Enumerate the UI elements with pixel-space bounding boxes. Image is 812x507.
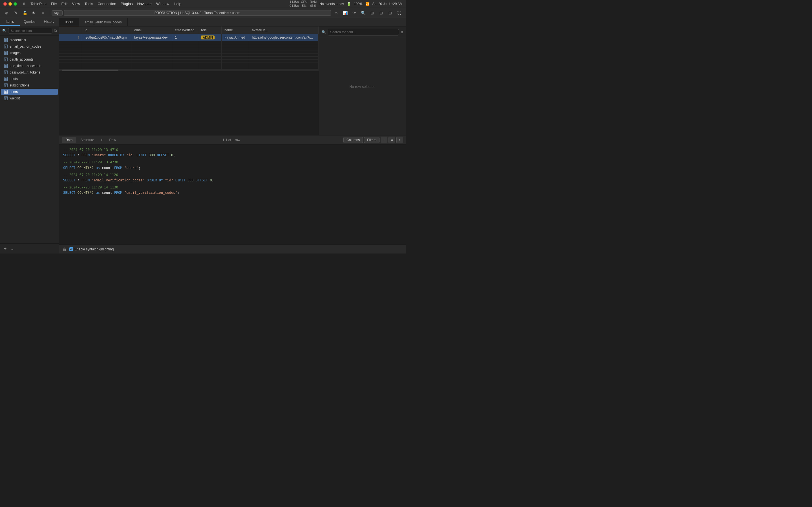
sidebar-item-subscriptions[interactable]: subscriptions — [1, 82, 58, 89]
menu-tableplus[interactable]: TablePlus — [29, 1, 48, 6]
table-row[interactable] — [59, 54, 319, 57]
sidebar-tab-items[interactable]: Items — [0, 18, 20, 26]
sidebar-item-credentials[interactable]: credentials — [1, 37, 58, 43]
minimize-button[interactable] — [8, 2, 12, 6]
filter-icon[interactable]: ⧉ — [54, 29, 57, 33]
sql-keyword: SELECT — [63, 153, 75, 157]
menu-help[interactable]: Help — [172, 1, 183, 6]
tab-email-verification[interactable]: email_verification_codes — [79, 18, 128, 26]
sidebar-tab-history[interactable]: History — [39, 18, 59, 26]
no-events-label: No events today — [319, 2, 344, 6]
filters-button[interactable]: Filters — [364, 137, 379, 143]
sql-plain — [75, 166, 77, 170]
table-row[interactable] — [59, 60, 319, 63]
sidebar-toggle-button[interactable]: ⊟ — [377, 10, 385, 16]
titlebar-right: 1 KB/s 0 KB/s CPU 5% RAM 63% No events t… — [290, 0, 403, 7]
cell-email-verified[interactable]: 1 — [172, 34, 198, 41]
cell-email[interactable]: fayaz@supersaas.dev — [131, 34, 172, 41]
table-row[interactable] — [59, 41, 319, 44]
cell-role[interactable]: ADMIN — [198, 34, 221, 41]
col-header-email[interactable]: email — [131, 26, 172, 34]
menu-plugins[interactable]: Plugins — [119, 1, 135, 6]
sidebar-item-otp[interactable]: one_time…asswords — [1, 63, 58, 69]
new-connection-button[interactable]: ⊕ — [3, 10, 11, 16]
search-button[interactable]: 🔍 — [359, 10, 367, 16]
sidebar-bottom: + ⌄ — [0, 243, 59, 253]
tab-row[interactable]: Row — [106, 137, 119, 143]
list-button[interactable]: ≡ — [39, 10, 47, 16]
settings-button[interactable]: ⚙ — [389, 136, 395, 144]
cell-avatar-url[interactable]: https://lh3.googleusercontent.com/a-/A… — [249, 34, 319, 41]
sql-number: 300 — [188, 178, 194, 182]
prev-page-button[interactable]: ‹ — [380, 136, 388, 144]
sql-spacer — [63, 196, 402, 198]
sidebar-item-password-tokens[interactable]: password…t_tokens — [1, 69, 58, 75]
layout-button[interactable]: ⊞ — [368, 10, 376, 16]
sql-keyword: SELECT — [63, 191, 75, 194]
sidebar-item-waitlist[interactable]: waitlist — [1, 95, 58, 101]
add-tab-button[interactable]: + — [99, 137, 105, 143]
more-options-button[interactable]: ⌄ — [9, 245, 15, 252]
next-page-button[interactable]: › — [396, 136, 403, 144]
sidebar-tab-queries[interactable]: Queries — [20, 18, 40, 26]
table-row[interactable]: 1 j3utfgn1b0zt657ma5ch0rqm fayaz@supersa… — [59, 34, 319, 41]
col-header-avatar-url[interactable]: avatarUr… — [249, 26, 319, 34]
fullscreen-button[interactable]: ⛶ — [395, 10, 403, 16]
maximize-button[interactable] — [13, 2, 17, 6]
menu-edit[interactable]: Edit — [59, 1, 69, 6]
sql-query-line: SELECT COUNT(*) as count FROM "users"; — [63, 165, 402, 171]
table-row[interactable] — [59, 50, 319, 54]
sidebar-item-email-verification[interactable]: email_ve…on_codes — [1, 43, 58, 50]
table-icon — [4, 45, 8, 48]
apple-menu[interactable]:  — [21, 1, 27, 7]
col-header-name[interactable]: name — [221, 26, 249, 34]
filter-icon[interactable]: ⧉ — [401, 30, 403, 34]
sql-string: "id" — [126, 153, 135, 157]
view-button[interactable]: 👁 — [30, 10, 38, 16]
sidebar-search-input[interactable] — [8, 28, 52, 34]
sidebar-item-oauth[interactable]: oauth_accounts — [1, 56, 58, 62]
menu-connection[interactable]: Connection — [96, 1, 118, 6]
col-header-email-verified[interactable]: emailVerified — [172, 26, 198, 34]
col-header-id[interactable]: id — [82, 26, 131, 34]
sql-plain: * — [75, 153, 82, 157]
table-row[interactable] — [59, 44, 319, 47]
tab-data[interactable]: Data — [62, 137, 76, 143]
sync-button[interactable]: ⟳ — [350, 10, 358, 16]
chart-button[interactable]: 📊 — [341, 10, 349, 16]
table-row[interactable] — [59, 63, 319, 66]
cell-name[interactable]: Fayaz Ahmed — [221, 34, 249, 41]
menu-navigate[interactable]: Navigate — [135, 1, 154, 6]
close-button[interactable] — [3, 2, 7, 6]
syntax-highlight-toggle[interactable]: Enable syntax highlighting — [69, 247, 114, 251]
sidebar-item-posts[interactable]: posts — [1, 76, 58, 82]
tab-users[interactable]: users — [59, 18, 79, 26]
add-table-button[interactable]: + — [3, 245, 8, 252]
menu-file[interactable]: File — [49, 1, 59, 6]
table-icon — [4, 38, 8, 42]
table-row[interactable] — [59, 66, 319, 69]
menu-view[interactable]: View — [70, 1, 82, 6]
col-header-role[interactable]: role — [198, 26, 221, 34]
refresh-button[interactable]: ↻ — [12, 10, 20, 16]
panel-button[interactable]: ⊡ — [386, 10, 394, 16]
alert-button[interactable]: ⚠ — [332, 10, 340, 16]
columns-button[interactable]: Columns — [343, 137, 363, 143]
sql-plain: count — [100, 191, 114, 194]
table-row[interactable] — [59, 57, 319, 60]
tab-structure[interactable]: Structure — [77, 137, 98, 143]
sql-plain: ; — [212, 178, 214, 182]
lock-button[interactable]: 🔒 — [21, 10, 29, 16]
syntax-highlight-checkbox[interactable] — [69, 247, 73, 251]
sidebar-item-users[interactable]: users — [1, 89, 58, 95]
menu-window[interactable]: Window — [154, 1, 171, 6]
horizontal-scrollbar[interactable] — [59, 69, 319, 71]
scroll-thumb[interactable] — [62, 69, 118, 71]
menu-tools[interactable]: Tools — [83, 1, 95, 6]
table-row[interactable] — [59, 47, 319, 50]
cell-id[interactable]: j3utfgn1b0zt657ma5ch0rqm — [82, 34, 131, 41]
sql-editor[interactable]: -- 2024-07-20 11:29:13.4710SELECT * FROM… — [59, 145, 406, 244]
sidebar-item-images[interactable]: images — [1, 50, 58, 56]
delete-log-button[interactable]: 🗑 — [63, 247, 66, 251]
field-search-input[interactable] — [327, 29, 399, 36]
